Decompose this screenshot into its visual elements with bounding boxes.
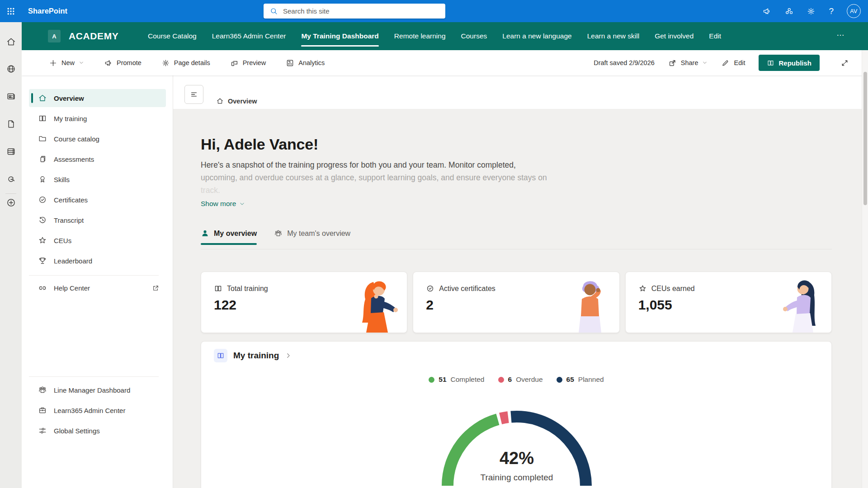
sidebar-item-label: Leaderboard — [54, 257, 92, 265]
book-icon — [38, 114, 47, 123]
settings-button[interactable] — [807, 7, 816, 16]
rail-files-button[interactable] — [5, 118, 16, 129]
sliders-icon — [38, 426, 47, 435]
promote-button[interactable]: Promote — [104, 59, 142, 67]
share-button[interactable]: Share — [668, 59, 708, 67]
site-nav-item-my-training-dashboard[interactable]: My Training Dashboard — [301, 29, 378, 43]
plus-icon — [49, 59, 57, 67]
edit-button[interactable]: Edit — [721, 59, 745, 67]
breadcrumb-strip: Overview — [173, 75, 868, 109]
site-nav: Course CatalogLearn365 Admin CenterMy Tr… — [148, 22, 721, 50]
scrollbar-thumb[interactable] — [863, 72, 867, 205]
sidebar-item-assessments[interactable]: Assessments — [29, 150, 166, 168]
rail-loop-button[interactable] — [5, 174, 16, 184]
sidebar-item-certificates[interactable]: Certificates — [29, 191, 166, 209]
site-title[interactable]: ACADEMY — [69, 22, 118, 50]
show-more-button[interactable]: Show more — [201, 200, 245, 208]
republish-button[interactable]: Republish — [759, 55, 820, 71]
sidebar-item-my-training[interactable]: My training — [29, 109, 166, 127]
preview-button[interactable]: Preview — [230, 59, 266, 67]
gauge-caption: Training completed — [449, 473, 585, 483]
sidebar-item-label: Certificates — [54, 196, 88, 204]
sidebar-item-course-catalog[interactable]: Course catalog — [29, 130, 166, 148]
home-icon — [38, 94, 47, 103]
my-training-panel: My training 51Completed6Overdue65Planned… — [201, 341, 832, 488]
sidebar-item-line-manager-dashboard[interactable]: Line Manager Dashboard — [29, 381, 166, 399]
site-nav-item-learn-a-new-skill[interactable]: Learn a new skill — [587, 29, 639, 43]
tab-my-overview[interactable]: My overview — [201, 229, 257, 245]
site-nav-item-remote-learning[interactable]: Remote learning — [394, 29, 446, 43]
stat-card-label-row: Active certificates — [426, 284, 495, 293]
site-nav-item-learn-a-new-language[interactable]: Learn a new language — [502, 29, 571, 43]
trophy-icon — [38, 256, 47, 265]
description-line: track. — [201, 184, 716, 197]
command-label: Analytics — [298, 59, 325, 66]
sidebar-item-learn365-admin-center[interactable]: Learn365 Admin Center — [29, 401, 166, 419]
site-search[interactable] — [264, 4, 445, 19]
command-bar-left: NewPromotePage detailsPreviewAnalytics — [49, 50, 325, 75]
site-nav-item-learn365-admin-center[interactable]: Learn365 Admin Center — [212, 29, 286, 43]
chevron-down-icon — [79, 60, 84, 66]
sidebar-item-help-center[interactable]: Help Center — [29, 279, 166, 297]
home-icon — [6, 37, 16, 47]
search-input[interactable] — [283, 4, 445, 19]
sidebar-item-leaderboard[interactable]: Leaderboard — [29, 252, 166, 270]
site-nav-item-courses[interactable]: Courses — [461, 29, 487, 43]
sidebar-item-skills[interactable]: Skills — [29, 170, 166, 188]
search-icon — [270, 7, 278, 15]
app-launcher-button[interactable] — [0, 0, 22, 22]
new-button[interactable]: New — [49, 59, 84, 67]
panel-title: My training — [233, 351, 279, 361]
sidebar-item-label: My training — [54, 115, 87, 122]
stat-card-value: 1,055 — [638, 297, 672, 313]
site-nav-item-course-catalog[interactable]: Course Catalog — [148, 29, 197, 43]
sidebar-item-overview[interactable]: Overview — [29, 89, 166, 107]
tab-label: My overview — [214, 230, 257, 238]
sidebar-item-transcript[interactable]: Transcript — [29, 211, 166, 229]
show-more-label: Show more — [201, 200, 236, 208]
stat-card-ceus-earned: CEUs earned1,055 — [625, 272, 832, 333]
tab-my-team-s-overview[interactable]: My team's overview — [274, 229, 350, 245]
link-icon — [38, 283, 47, 292]
rail-home-button[interactable] — [5, 36, 16, 47]
breadcrumb-home-icon — [216, 97, 224, 105]
illustration-woman-dark-hair — [777, 278, 827, 333]
completed-dot-icon — [429, 377, 434, 383]
org-settings-button[interactable] — [784, 7, 793, 16]
gauge-segment-overdue — [499, 411, 509, 424]
my-training-header[interactable]: My training — [214, 349, 292, 362]
stat-card-label: Total training — [227, 285, 268, 293]
site-nav-item-edit[interactable]: Edit — [709, 29, 721, 43]
analytics-button[interactable]: Analytics — [286, 59, 325, 67]
avatar: AV — [847, 4, 861, 18]
nav-toggle-button[interactable] — [184, 85, 203, 104]
rail-create-button[interactable] — [5, 197, 16, 208]
sidebar-item-label: CEUs — [54, 237, 71, 244]
sidebar-item-label: Learn365 Admin Center — [54, 407, 125, 414]
gear-icon — [807, 7, 816, 16]
overdue-dot-icon — [498, 377, 504, 383]
sidebar-item-global-settings[interactable]: Global Settings — [29, 422, 166, 440]
command-label: Preview — [243, 59, 266, 66]
rail-sites-button[interactable] — [5, 63, 16, 74]
edit-label: Edit — [734, 59, 745, 66]
fullscreen-button[interactable] — [840, 59, 849, 67]
sidebar-item-ceus[interactable]: CEUs — [29, 231, 166, 249]
nav-overflow-button[interactable]: … — [836, 28, 845, 38]
page-details-button[interactable]: Page details — [161, 59, 210, 67]
republish-label: Republish — [778, 59, 811, 67]
external-link-icon — [152, 284, 160, 292]
help-button[interactable]: ? — [829, 7, 834, 15]
account-button[interactable]: AV — [847, 4, 861, 18]
overview-tabs: My overviewMy team's overview — [201, 229, 350, 245]
rail-news-button[interactable] — [5, 91, 16, 102]
site-nav-item-get-involved[interactable]: Get involved — [655, 29, 693, 43]
pencil-icon — [721, 59, 730, 67]
announcements-button[interactable] — [762, 7, 771, 16]
stat-card-value: 122 — [214, 297, 236, 313]
site-logo[interactable]: A — [48, 30, 61, 42]
sidebar-item-label: Course catalog — [54, 135, 99, 143]
breadcrumb[interactable]: Overview — [216, 97, 257, 105]
rail-lists-button[interactable] — [5, 146, 16, 157]
book-icon — [214, 284, 222, 293]
